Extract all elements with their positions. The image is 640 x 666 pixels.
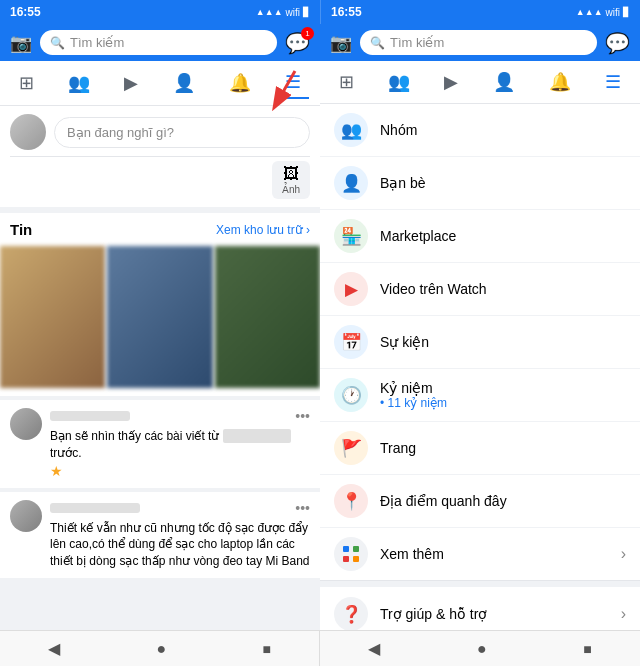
time-right: 16:55 (331, 5, 362, 19)
xem-them-icon-circle (334, 537, 368, 571)
svg-rect-4 (343, 556, 349, 562)
tro-giup-chevron: › (621, 605, 626, 623)
search-bar-right[interactable]: 🔍 Tìm kiếm (360, 30, 597, 55)
battery-icon-left: ▊ (303, 7, 310, 17)
time-left: 16:55 (10, 5, 41, 19)
su-kien-icon-circle: 📅 (334, 325, 368, 359)
nav-home-icon-right[interactable]: ⊞ (331, 67, 362, 97)
photo-btn[interactable]: 🖼 Ảnh (272, 161, 310, 199)
menu-item-marketplace[interactable]: 🏪 Marketplace (320, 210, 640, 263)
nav-menu-icon-right[interactable]: ☰ (597, 67, 629, 97)
nav-friends-icon[interactable]: 👥 (60, 68, 98, 98)
wifi-icon-right: wifi (606, 7, 620, 18)
messenger-btn[interactable]: 💬 1 (285, 31, 310, 55)
post-avatar-2 (10, 500, 42, 532)
ky-niem-text: Kỷ niệm • 11 kỷ niệm (380, 380, 626, 410)
nav-menu-icon[interactable]: ☰ (277, 67, 309, 99)
menu-list: 👥 Nhóm 👤 Bạn bè 🏪 Marketplace ▶ Video tr… (320, 104, 640, 630)
nav-friends-icon-right[interactable]: 👥 (380, 67, 418, 97)
svg-rect-5 (353, 556, 359, 562)
menu-item-ban-be[interactable]: 👤 Bạn bè (320, 157, 640, 210)
messenger-icon-right[interactable]: 💬 (605, 31, 630, 55)
nav-profile-icon[interactable]: 👤 (165, 68, 203, 98)
ky-niem-label: Kỷ niệm (380, 380, 626, 396)
news-archive-link[interactable]: Xem kho lưu trữ › (216, 223, 310, 237)
home-btn-left[interactable]: ● (156, 640, 166, 658)
post-more-1[interactable]: ••• (295, 408, 310, 424)
nav-home-icon[interactable]: ⊞ (11, 68, 42, 98)
xem-them-label: Xem thêm (380, 546, 609, 562)
search-bar-left[interactable]: 🔍 Tìm kiếm (40, 30, 277, 55)
recent-btn-left[interactable]: ■ (262, 641, 270, 657)
post-name-blurred-2 (50, 503, 140, 513)
nav-watch-icon[interactable]: ▶ (116, 68, 146, 98)
news-title: Tin (10, 221, 32, 238)
search-text-right: Tìm kiếm (390, 35, 444, 50)
svg-rect-2 (343, 546, 349, 552)
post-avatar-1 (10, 408, 42, 440)
nav-profile-icon-right[interactable]: 👤 (485, 67, 523, 97)
menu-item-trang[interactable]: 🚩 Trang (320, 422, 640, 475)
marketplace-icon-circle: 🏪 (334, 219, 368, 253)
news-img-3 (215, 246, 320, 388)
trang-label: Trang (380, 440, 416, 456)
nhom-icon-circle: 👥 (334, 113, 368, 147)
su-kien-label: Sự kiện (380, 334, 429, 350)
ban-be-icon-circle: 👤 (334, 166, 368, 200)
search-icon-right: 🔍 (370, 36, 385, 50)
photo-icon: 🖼 (283, 165, 299, 183)
search-text-left: Tìm kiếm (70, 35, 124, 50)
dia-diem-icon-circle: 📍 (334, 484, 368, 518)
menu-item-xem-them[interactable]: Xem thêm › (320, 528, 640, 581)
nav-bell-icon-right[interactable]: 🔔 (541, 67, 579, 97)
menu-section-tro-giup[interactable]: ❓ Trợ giúp & hỗ trợ › (320, 581, 640, 630)
search-icon-left: 🔍 (50, 36, 65, 50)
trang-icon-circle: 🚩 (334, 431, 368, 465)
wifi-icon-left: wifi (286, 7, 300, 18)
back-btn-right[interactable]: ◀ (368, 639, 380, 658)
star-icon: ★ (50, 463, 63, 479)
camera-icon-right[interactable]: 📷 (330, 32, 352, 54)
ky-niem-sub: • 11 kỷ niệm (380, 396, 626, 410)
recent-btn-right[interactable]: ■ (583, 641, 591, 657)
tro-giup-icon-circle: ❓ (334, 597, 368, 630)
messenger-badge: 1 (301, 27, 314, 40)
dia-diem-label: Địa điểm quanh đây (380, 493, 507, 509)
svg-rect-3 (353, 546, 359, 552)
menu-item-nhom[interactable]: 👥 Nhóm (320, 104, 640, 157)
ban-be-label: Bạn bè (380, 175, 426, 191)
ky-niem-icon-circle: 🕐 (334, 378, 368, 412)
menu-item-dia-diem[interactable]: 📍 Địa điểm quanh đây (320, 475, 640, 528)
video-icon-circle: ▶ (334, 272, 368, 306)
tro-giup-label: Trợ giúp & hỗ trợ (380, 606, 609, 622)
nhom-label: Nhóm (380, 122, 417, 138)
menu-item-video[interactable]: ▶ Video trên Watch (320, 263, 640, 316)
video-label: Video trên Watch (380, 281, 487, 297)
menu-item-ky-niem[interactable]: 🕐 Kỷ niệm • 11 kỷ niệm (320, 369, 640, 422)
post-text-1: Bạn sẽ nhìn thấy các bài viết từ ███████… (50, 428, 310, 462)
post-name-blurred-1 (50, 411, 130, 421)
photo-label: Ảnh (282, 184, 300, 195)
news-img-2 (107, 246, 212, 388)
post-more-2[interactable]: ••• (295, 500, 310, 516)
home-btn-right[interactable]: ● (477, 640, 487, 658)
menu-item-su-kien[interactable]: 📅 Sự kiện (320, 316, 640, 369)
avatar-left (10, 114, 46, 150)
news-img-1 (0, 246, 105, 388)
signal-icon-right: ▲▲▲ (576, 7, 603, 17)
back-btn-left[interactable]: ◀ (48, 639, 60, 658)
nav-watch-icon-right[interactable]: ▶ (436, 67, 466, 97)
post-1: ••• Bạn sẽ nhìn thấy các bài viết từ ███… (0, 400, 320, 488)
post-2: ••• Thiết kế vẫn như cũ nhưng tốc độ sạc… (0, 492, 320, 578)
signal-icon-left: ▲▲▲ (256, 7, 283, 17)
xem-them-chevron: › (621, 545, 626, 563)
nav-bell-icon[interactable]: 🔔 (221, 68, 259, 98)
composer-input[interactable]: Bạn đang nghĩ gì? (54, 117, 310, 148)
camera-icon-left[interactable]: 📷 (10, 32, 32, 54)
marketplace-label: Marketplace (380, 228, 456, 244)
battery-icon-right: ▊ (623, 7, 630, 17)
post-text-2: Thiết kế vẫn như cũ nhưng tốc độ sạc đượ… (50, 520, 310, 570)
